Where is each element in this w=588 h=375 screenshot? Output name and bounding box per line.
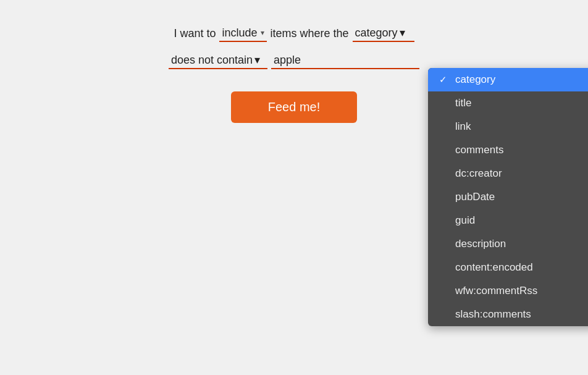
include-caret: ▾ xyxy=(261,28,264,37)
dropdown-item-link[interactable]: link xyxy=(428,115,588,138)
dropdown-item-title[interactable]: title xyxy=(428,91,588,115)
value-input[interactable] xyxy=(271,53,419,69)
field-caret: ▾ xyxy=(400,26,405,40)
intro-label: I want to xyxy=(174,27,216,40)
dropdown-item-label: link xyxy=(455,120,471,133)
dropdown-item-label: pubDate xyxy=(455,191,495,203)
dropdown-item-label: title xyxy=(455,97,471,109)
dropdown-item-label: category xyxy=(455,74,495,86)
dropdown-item-comments[interactable]: comments xyxy=(428,138,588,162)
filter-container: I want to include ▾ items where the cate… xyxy=(169,25,419,123)
items-where-label: items where the xyxy=(271,27,349,40)
dropdown-item-content-encoded[interactable]: content:encoded xyxy=(428,256,588,279)
condition-selected-label: does not contain xyxy=(171,54,253,67)
dropdown-item-pubDate[interactable]: pubDate xyxy=(428,185,588,209)
check-icon: ✓ xyxy=(439,74,450,85)
dropdown-item-label: slash:comments xyxy=(455,308,531,321)
condition-caret: ▾ xyxy=(254,53,260,67)
include-label: include xyxy=(222,27,257,40)
dropdown-item-dc-creator[interactable]: dc:creator xyxy=(428,162,588,185)
dropdown-item-label: guid xyxy=(455,214,475,227)
include-dropdown[interactable]: include ▾ xyxy=(219,25,266,42)
dropdown-item-category[interactable]: ✓category xyxy=(428,68,588,91)
field-selected-label: category xyxy=(355,27,398,40)
dropdown-item-wfw-commentRss[interactable]: wfw:commentRss xyxy=(428,279,588,303)
dropdown-item-slash-comments[interactable]: slash:comments xyxy=(428,303,588,326)
filter-row-2: does not contain ▾ xyxy=(169,52,419,69)
dropdown-item-guid[interactable]: guid xyxy=(428,209,588,232)
dropdown-item-description[interactable]: description xyxy=(428,232,588,256)
dropdown-item-label: content:encoded xyxy=(455,261,533,274)
dropdown-item-label: wfw:commentRss xyxy=(455,285,537,297)
dropdown-item-label: dc:creator xyxy=(455,167,502,180)
condition-dropdown[interactable]: does not contain ▾ xyxy=(169,52,267,69)
filter-row-1: I want to include ▾ items where the cate… xyxy=(174,25,414,42)
dropdown-item-label: comments xyxy=(455,144,503,156)
field-dropdown-menu: ✓categorytitlelinkcommentsdc:creatorpubD… xyxy=(428,68,588,326)
field-dropdown[interactable]: category ▾ xyxy=(353,25,414,42)
dropdown-item-label: description xyxy=(455,238,506,250)
feed-button[interactable]: Feed me! xyxy=(231,91,357,123)
